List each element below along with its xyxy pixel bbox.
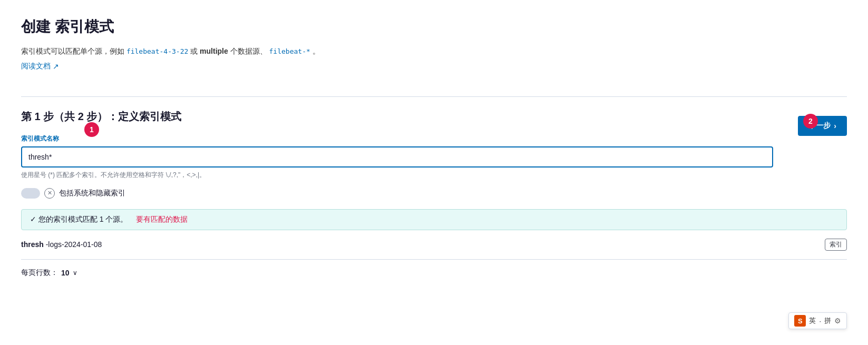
- index-badge: 索引: [825, 239, 847, 251]
- desc-middle: 或: [190, 47, 200, 55]
- desc-bold: multiple: [200, 47, 228, 55]
- per-page-value: 10: [61, 269, 70, 277]
- match-data-label: 要有匹配的数据: [136, 215, 188, 224]
- desc-example2: filebeat-*: [269, 47, 310, 55]
- desc-suffix: 。: [313, 47, 320, 55]
- toggle-row: ✕ 包括系统和隐藏索引: [21, 188, 847, 199]
- section-divider: [21, 96, 847, 97]
- desc-prefix: 索引模式可以匹配单个源，例如: [21, 47, 126, 55]
- page-container: 创建 索引模式 索引模式可以匹配单个源，例如 filebeat-4-3-22 或…: [0, 0, 868, 303]
- desc-example1: filebeat-4-3-22: [126, 47, 188, 55]
- external-link-icon: ↗: [53, 62, 59, 71]
- step-title: 第 1 步（共 2 步）：定义索引模式: [21, 110, 847, 124]
- desc-middle2: 个数据源、: [230, 47, 267, 55]
- result-name-rest: -logs-2024-01-08: [46, 240, 102, 249]
- hint-text: 使用星号 (*) 匹配多个索引。不允许使用空格和字符 \,/,?,"，<,>,|…: [21, 171, 847, 180]
- close-toggle-icon[interactable]: ✕: [44, 188, 55, 199]
- page-title: 创建 索引模式: [21, 17, 847, 37]
- callout-1: 1: [84, 122, 99, 137]
- toggle-label: 包括系统和隐藏索引: [59, 189, 125, 198]
- match-banner-text: ✓ 您的索引模式匹配 1 个源。: [30, 215, 128, 224]
- match-banner: ✓ 您的索引模式匹配 1 个源。 要有匹配的数据: [21, 209, 847, 230]
- per-page-label: 每页行数：: [21, 268, 58, 278]
- per-page-chevron[interactable]: ∨: [73, 269, 77, 277]
- result-row: thresh -logs-2024-01-08 索引: [21, 230, 847, 260]
- next-button-icon: ›: [834, 122, 836, 130]
- read-docs-link[interactable]: 阅读文档 ↗: [21, 62, 59, 71]
- pagination-row: 每页行数： 10 ∨: [21, 260, 847, 286]
- result-name-bold: thresh: [21, 240, 44, 249]
- callout-2: 2: [803, 114, 818, 129]
- result-name: thresh -logs-2024-01-08: [21, 240, 102, 249]
- system-indices-toggle[interactable]: [21, 188, 40, 199]
- index-pattern-input[interactable]: [21, 146, 773, 167]
- input-row: [21, 146, 847, 167]
- description: 索引模式可以匹配单个源，例如 filebeat-4-3-22 或 multipl…: [21, 45, 847, 57]
- field-label: 索引模式名称: [21, 134, 847, 143]
- read-docs-label: 阅读文档: [21, 62, 51, 71]
